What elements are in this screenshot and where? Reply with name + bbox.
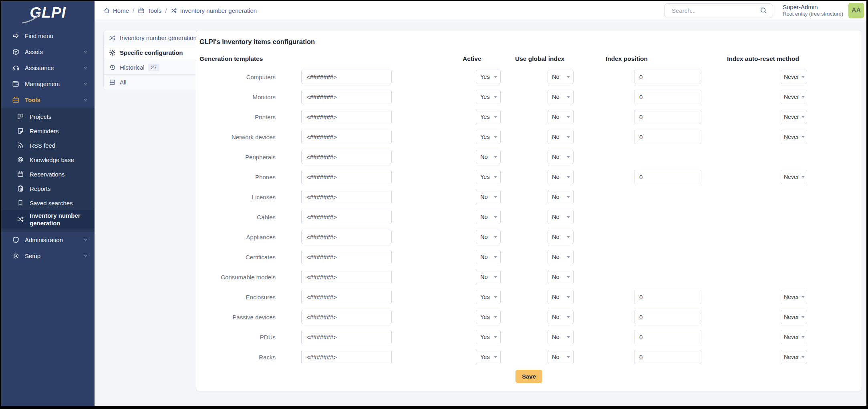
active-select[interactable]: Yes [476, 90, 501, 104]
template-input[interactable] [301, 70, 392, 84]
active-select[interactable]: Yes [476, 330, 501, 344]
col-header-index-auto-reset-method: Index auto-reset method [727, 55, 799, 62]
active-select[interactable]: No [476, 230, 501, 244]
sidebar-item-find-menu[interactable]: Find menu [1, 28, 95, 44]
sidebar-item-assistance[interactable]: Assistance [1, 60, 95, 76]
template-input[interactable] [301, 90, 392, 104]
chevron-down-icon [83, 81, 88, 86]
tab-specific-configuration[interactable]: Specific configuration [104, 45, 196, 60]
active-select[interactable]: No [476, 250, 501, 264]
sidebar-item-inventory-number-generation[interactable]: Inventory number generation [1, 210, 95, 229]
breadcrumb-home[interactable]: Home [103, 7, 129, 14]
template-input[interactable] [301, 330, 392, 344]
active-select[interactable]: No [476, 270, 501, 284]
breadcrumb-inventory-number-generation[interactable]: Inventory number generation [170, 7, 257, 14]
template-input[interactable] [301, 210, 392, 224]
index-auto-reset-select[interactable]: Never [781, 110, 807, 124]
template-input[interactable] [301, 350, 392, 364]
active-select[interactable]: Yes [476, 110, 501, 124]
use-global-index-select[interactable]: No [548, 210, 574, 224]
active-select[interactable]: Yes [476, 350, 501, 364]
index-position-input[interactable] [634, 290, 701, 304]
sidebar-item-reservations[interactable]: Reservations [1, 167, 95, 181]
index-auto-reset-select[interactable]: Never [781, 350, 807, 364]
use-global-index-select[interactable]: No [548, 290, 574, 304]
tab-inventory-number-generation[interactable]: Inventory number generation [104, 30, 196, 45]
template-input[interactable] [301, 190, 392, 204]
use-global-index-select[interactable]: No [548, 250, 574, 264]
user-menu[interactable]: Super-Admin Root entity (tree structure) [783, 4, 843, 17]
sidebar-item-administration[interactable]: Administration [1, 232, 95, 248]
active-select[interactable]: No [476, 190, 501, 204]
save-button[interactable]: Save [516, 370, 542, 383]
template-input[interactable] [301, 310, 392, 324]
sidebar-item-setup[interactable]: Setup [1, 248, 95, 264]
active-select[interactable]: No [476, 210, 501, 224]
active-select[interactable]: Yes [476, 310, 501, 324]
template-input[interactable] [301, 250, 392, 264]
index-auto-reset-select[interactable]: Never [781, 310, 807, 324]
caret-down-icon [494, 136, 497, 138]
use-global-index-select[interactable]: No [548, 270, 574, 284]
index-position-input[interactable] [634, 90, 701, 104]
use-global-index-select[interactable]: No [548, 330, 574, 344]
index-auto-reset-select[interactable]: Never [781, 330, 807, 344]
template-input[interactable] [301, 130, 392, 144]
use-global-index-select[interactable]: No [548, 110, 574, 124]
template-input[interactable] [301, 110, 392, 124]
sidebar-item-projects[interactable]: Projects [1, 109, 95, 124]
active-select[interactable]: Yes [476, 170, 501, 184]
search-box[interactable] [664, 3, 773, 18]
index-position-input[interactable] [634, 70, 701, 84]
tab-all[interactable]: All [104, 75, 196, 90]
use-global-index-select[interactable]: No [548, 170, 574, 184]
sidebar-item-knowledge-base[interactable]: Knowledge base [1, 152, 95, 167]
sidebar-item-reports[interactable]: Reports [1, 181, 95, 196]
config-row-passive-devices: Passive devicesYesNoNever [196, 310, 862, 324]
save-row: Save [196, 370, 862, 383]
index-auto-reset-select[interactable]: Never [781, 170, 807, 184]
use-global-index-select[interactable]: No [548, 190, 574, 204]
index-position-input[interactable] [634, 170, 701, 184]
use-global-index-select[interactable]: No [548, 310, 574, 324]
glpi-logo[interactable]: GLPI [1, 1, 95, 24]
use-global-index-select[interactable]: No [548, 350, 574, 364]
use-global-index-select[interactable]: No [548, 90, 574, 104]
active-select[interactable]: Yes [476, 290, 501, 304]
index-auto-reset-select[interactable]: Never [781, 130, 807, 144]
index-auto-reset-select[interactable]: Never [781, 290, 807, 304]
sidebar-item-saved-searches[interactable]: Saved searches [1, 196, 95, 210]
chevron-down-icon [83, 49, 88, 54]
sidebar-item-assets[interactable]: Assets [1, 44, 95, 60]
active-select[interactable]: No [476, 150, 501, 164]
template-input[interactable] [301, 170, 392, 184]
sidebar-item-reminders[interactable]: Reminders [1, 124, 95, 138]
wallet-icon [12, 80, 20, 88]
template-input[interactable] [301, 150, 392, 164]
use-global-index-select[interactable]: No [548, 70, 574, 84]
active-select[interactable]: Yes [476, 70, 501, 84]
index-position-input[interactable] [634, 310, 701, 324]
index-position-input[interactable] [634, 130, 701, 144]
sidebar-item-rss-feed[interactable]: RSS feed [1, 138, 95, 152]
template-input[interactable] [301, 290, 392, 304]
search-input[interactable] [672, 7, 760, 14]
use-global-index-select[interactable]: No [548, 130, 574, 144]
sidebar-item-tools[interactable]: Tools [1, 92, 95, 108]
use-global-index-select[interactable]: No [548, 150, 574, 164]
tab-historical[interactable]: Historical27 [104, 60, 196, 75]
sidebar-item-management[interactable]: Management [1, 76, 95, 92]
index-position-input[interactable] [634, 110, 701, 124]
index-auto-reset-select[interactable]: Never [781, 90, 807, 104]
avatar[interactable]: AA [848, 3, 864, 18]
active-select[interactable]: Yes [476, 130, 501, 144]
use-global-index-select[interactable]: No [548, 230, 574, 244]
template-input[interactable] [301, 270, 392, 284]
sidebar: GLPI Find menuAssetsAssistanceManagement… [1, 1, 95, 406]
breadcrumb-tools[interactable]: Tools [138, 7, 161, 14]
row-label: PDUs [196, 334, 276, 341]
template-input[interactable] [301, 230, 392, 244]
index-position-input[interactable] [634, 350, 701, 364]
index-auto-reset-select[interactable]: Never [781, 70, 807, 84]
index-position-input[interactable] [634, 330, 701, 344]
